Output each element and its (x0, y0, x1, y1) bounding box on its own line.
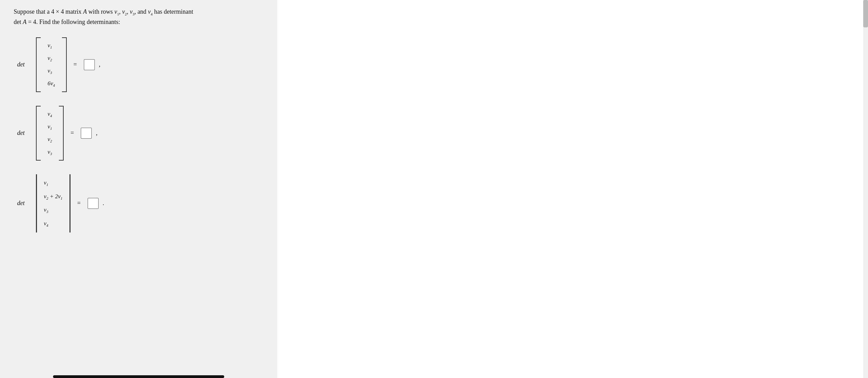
det2-entries: v4 v1 v2 v3 (41, 106, 59, 161)
problem-line1: Suppose that a 4 × 4 matrix A with rows … (14, 7, 264, 17)
right-panel (277, 0, 868, 378)
det2-label: det (17, 129, 31, 137)
det1-label: det (17, 61, 31, 68)
det2-answer-box[interactable] (81, 128, 92, 139)
det3-entries: v1 v2 + 2v1 v3 v4 (37, 174, 69, 232)
det2-row4: v3 (48, 149, 52, 156)
det1-row1: v1 (48, 42, 52, 49)
det3-period: . (103, 200, 104, 207)
det1-row2: v2 (48, 55, 52, 62)
det3-equals: = (77, 200, 81, 207)
det2-row2: v1 (48, 123, 52, 130)
det2-row3: v2 (48, 136, 52, 143)
det1-row: det v1 v2 v3 6v4 = , (17, 37, 264, 92)
det3-row2: v2 + 2v1 (44, 193, 63, 200)
det1-entries: v1 v2 v3 6v4 (41, 37, 62, 92)
det1-row3: v3 (48, 67, 52, 75)
det2-matrix: v4 v1 v2 v3 (36, 106, 64, 161)
det3-row: det v1 v2 + 2v1 v3 v4 = . (17, 174, 264, 232)
problem-text: Suppose that a 4 × 4 matrix A with rows … (14, 7, 264, 27)
main-panel: Suppose that a 4 × 4 matrix A with rows … (0, 0, 277, 378)
det2-comma: , (96, 129, 98, 137)
det1-comma: , (99, 61, 101, 68)
problem-line2: det A = 4. Find the following determinan… (14, 17, 264, 27)
determinants-section: det v1 v2 v3 6v4 = , det (14, 37, 264, 232)
det2-row: det v4 v1 v2 v3 = , (17, 106, 264, 161)
scrollbar[interactable] (863, 0, 868, 378)
det3-matrix: v1 v2 + 2v1 v3 v4 (36, 174, 71, 232)
bracket-left-1 (36, 37, 41, 92)
det3-row3: v3 (44, 206, 48, 214)
bracket-right-2 (59, 106, 64, 161)
bar-right-3 (69, 174, 71, 232)
det3-answer-box[interactable] (88, 198, 99, 209)
det3-label: det (17, 200, 31, 207)
det1-equals: = (74, 61, 77, 68)
bracket-right-1 (62, 37, 67, 92)
det1-row4: 6v4 (48, 80, 55, 87)
bracket-left-2 (36, 106, 41, 161)
det2-row1: v4 (48, 111, 52, 118)
det1-answer-box[interactable] (84, 59, 95, 70)
det3-row1: v1 (44, 179, 48, 187)
bottom-bar (53, 375, 224, 378)
det2-equals: = (71, 129, 74, 137)
det1-matrix: v1 v2 v3 6v4 (36, 37, 67, 92)
det3-row4: v4 (44, 220, 48, 227)
scrollbar-thumb[interactable] (863, 0, 868, 27)
